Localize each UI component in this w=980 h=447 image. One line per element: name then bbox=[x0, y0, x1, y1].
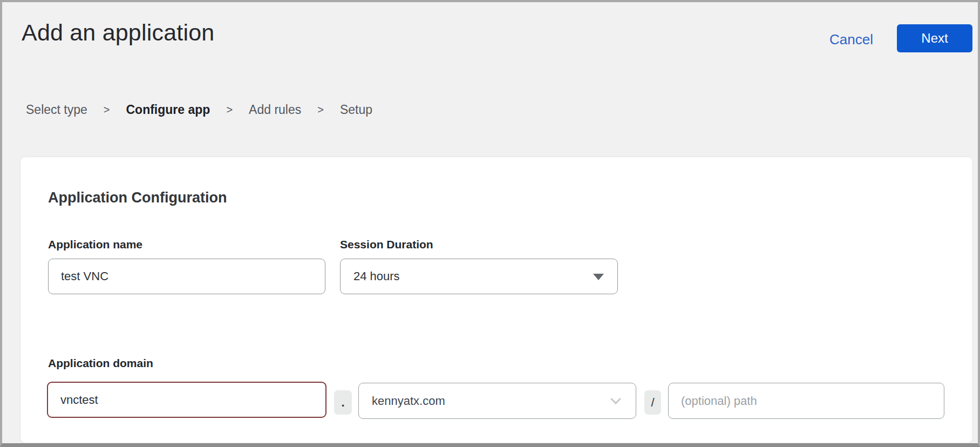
cancel-button[interactable]: Cancel bbox=[829, 31, 873, 48]
breadcrumb-step-add-rules[interactable]: Add rules bbox=[249, 103, 301, 117]
breadcrumb-separator-icon: > bbox=[317, 104, 324, 116]
slash-separator: / bbox=[644, 390, 661, 415]
domain-selected-value: kennyatx.com bbox=[372, 394, 445, 408]
breadcrumb-step-setup[interactable]: Setup bbox=[340, 103, 372, 117]
domain-select[interactable]: kennyatx.com bbox=[358, 383, 636, 419]
breadcrumb-separator-icon: > bbox=[104, 104, 110, 116]
application-name-input[interactable] bbox=[48, 259, 325, 294]
session-duration-select[interactable]: 24 hours bbox=[340, 259, 618, 294]
chevron-down-icon bbox=[610, 394, 621, 404]
path-input[interactable] bbox=[668, 383, 944, 419]
caret-down-icon bbox=[593, 274, 604, 280]
breadcrumb-step-configure-app[interactable]: Configure app bbox=[126, 103, 210, 117]
page-title: Add an application bbox=[22, 19, 214, 46]
breadcrumb-step-select-type[interactable]: Select type bbox=[26, 103, 87, 117]
application-name-label: Application name bbox=[48, 238, 142, 251]
breadcrumb: Select type > Configure app > Add rules … bbox=[26, 103, 372, 117]
section-title: Application Configuration bbox=[48, 189, 227, 206]
breadcrumb-separator-icon: > bbox=[226, 104, 233, 116]
next-button[interactable]: Next bbox=[897, 24, 972, 52]
session-duration-label: Session Duration bbox=[340, 238, 433, 251]
session-duration-selected-value: 24 hours bbox=[353, 269, 400, 283]
application-domain-label: Application domain bbox=[48, 357, 153, 370]
dot-separator: . bbox=[334, 390, 352, 415]
subdomain-input[interactable] bbox=[47, 382, 326, 418]
application-configuration-card: Application Configuration Application na… bbox=[20, 157, 973, 443]
